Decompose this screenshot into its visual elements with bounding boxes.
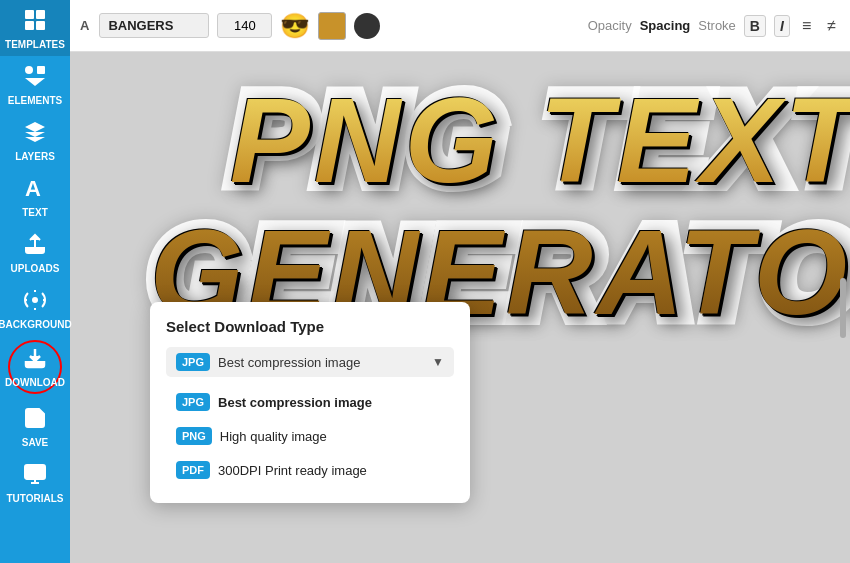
stroke-label[interactable]: Stroke (698, 18, 736, 33)
sidebar-item-tutorials[interactable]: TUTORIALS (0, 454, 70, 510)
bold-button[interactable]: B (744, 15, 766, 37)
png-badge: PNG (176, 427, 212, 445)
sidebar-item-layers[interactable]: LAYERS (0, 112, 70, 168)
opacity-label[interactable]: Opacity (588, 18, 632, 33)
elements-label: ELEMENTS (8, 95, 62, 106)
option-jpg[interactable]: JPG Best compression image (166, 385, 454, 419)
svg-marker-7 (25, 122, 45, 132)
templates-label: TEMPLATES (5, 39, 65, 50)
main-area: A BANGERS 😎 Opacity Spacing Stroke B I ≡… (70, 0, 850, 563)
upload-icon (23, 232, 47, 260)
svg-text:A: A (25, 176, 41, 200)
download-label: DOWNLOAD (5, 377, 65, 388)
option-pdf[interactable]: PDF 300DPI Print ready image (166, 453, 454, 487)
circle-style-button[interactable] (354, 13, 380, 39)
font-size-input[interactable] (217, 13, 272, 38)
sidebar-item-elements[interactable]: ELEMENTS (0, 56, 70, 112)
jpg-badge: JPG (176, 393, 210, 411)
canvas-area: PNG TEXT GENERATOR PNG TEXT GENERATOR Se… (70, 52, 850, 563)
svg-rect-3 (36, 21, 45, 30)
sidebar-item-uploads[interactable]: UPLOADS (0, 224, 70, 280)
svg-point-10 (32, 297, 38, 303)
align-right-button[interactable]: ≠ (823, 15, 840, 37)
svg-rect-5 (37, 66, 45, 74)
emoji-picker-button[interactable]: 😎 (280, 12, 310, 40)
font-type-icon: A (80, 18, 89, 33)
color-picker-button[interactable] (318, 12, 346, 40)
italic-button[interactable]: I (774, 15, 790, 37)
elements-icon (23, 64, 47, 92)
dropdown-title: Select Download Type (166, 318, 454, 335)
selected-option-label: Best compression image (218, 355, 424, 370)
sidebar-item-background[interactable]: BACKGROUND (0, 280, 70, 336)
uploads-label: UPLOADS (11, 263, 60, 274)
align-left-button[interactable]: ≡ (798, 15, 815, 37)
svg-rect-12 (25, 465, 45, 479)
templates-icon (23, 8, 47, 36)
sidebar-item-templates[interactable]: TEMPLATES (0, 0, 70, 56)
download-dropdown: Select Download Type JPG Best compressio… (150, 302, 470, 503)
pdf-label: 300DPI Print ready image (218, 463, 367, 478)
toolbar: A BANGERS 😎 Opacity Spacing Stroke B I ≡… (70, 0, 850, 52)
option-png[interactable]: PNG High quality image (166, 419, 454, 453)
tutorials-icon (23, 462, 47, 490)
dropdown-arrow-icon: ▼ (432, 355, 444, 369)
sidebar: TEMPLATES ELEMENTS LAYERS A TEXT UPLOADS… (0, 0, 70, 563)
dropdown-select-row[interactable]: JPG Best compression image ▼ (166, 347, 454, 377)
jpg-label: Best compression image (218, 395, 372, 410)
tutorials-label: TUTORIALS (6, 493, 63, 504)
svg-point-4 (25, 66, 33, 74)
svg-marker-6 (25, 78, 45, 86)
text-icon: A (23, 176, 47, 204)
layers-label: LAYERS (15, 151, 55, 162)
png-label: High quality image (220, 429, 327, 444)
selected-format-badge: JPG (176, 353, 210, 371)
sidebar-item-download[interactable]: DOWNLOAD (8, 340, 62, 394)
svg-rect-2 (25, 21, 34, 30)
layers-icon (23, 120, 47, 148)
font-name-display[interactable]: BANGERS (99, 13, 209, 38)
canvas-scrollbar[interactable] (840, 278, 846, 338)
text-label: TEXT (22, 207, 48, 218)
pdf-badge: PDF (176, 461, 210, 479)
canvas-text[interactable]: PNG TEXT GENERATOR (150, 74, 850, 338)
svg-rect-1 (36, 10, 45, 19)
save-icon (23, 406, 47, 434)
background-label: BACKGROUND (0, 319, 72, 330)
spacing-label[interactable]: Spacing (640, 18, 691, 33)
background-icon (23, 288, 47, 316)
sidebar-item-text[interactable]: A TEXT (0, 168, 70, 224)
sidebar-item-save[interactable]: SAVE (0, 398, 70, 454)
svg-rect-0 (25, 10, 34, 19)
download-icon (23, 346, 47, 374)
save-label: SAVE (22, 437, 49, 448)
text-line1: PNG TEXT (150, 74, 850, 206)
